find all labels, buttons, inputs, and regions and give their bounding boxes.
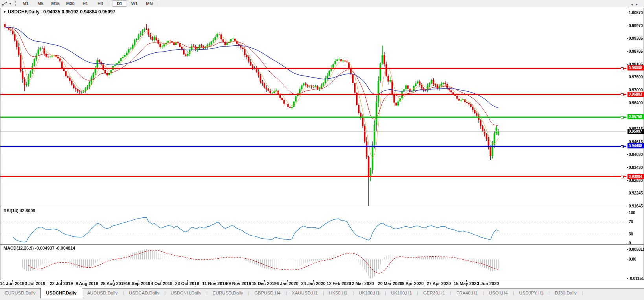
chart-tab-hk50-h1[interactable]: HK50,H1 bbox=[324, 289, 353, 298]
tab-separator: | bbox=[582, 289, 583, 298]
date-label: 9 Aug 2019 bbox=[75, 281, 98, 286]
hline-handle[interactable] bbox=[621, 93, 624, 96]
macd-tick-label: 0.005818 bbox=[629, 247, 644, 252]
rsi-indicator-label: RSI(14) 42.8009 bbox=[4, 208, 35, 213]
rsi-tick-label: 70 bbox=[629, 219, 644, 224]
date-label: 20 Mar 2020 bbox=[378, 281, 402, 286]
trading-terminal: { "toolbar": { "line_studies_icon": "lin… bbox=[0, 0, 644, 300]
hline-level-0.94408[interactable] bbox=[0, 146, 626, 147]
price-tick-label: 0.96400 bbox=[629, 100, 644, 105]
chart-tab-usoil-h4[interactable]: USOil,H4 bbox=[484, 289, 513, 298]
rsi-tick-label: 30 bbox=[629, 231, 644, 236]
chart-tab-usdcnh-daily[interactable]: USDCNH,Daily bbox=[166, 289, 206, 298]
price-tick-label: 0.91645 bbox=[629, 204, 644, 208]
chart-tab-usdchf-daily[interactable]: USDCHF,Daily bbox=[40, 288, 82, 298]
date-label: 22 Jul 2019 bbox=[50, 281, 73, 286]
chart-tab-usdcad-daily[interactable]: USDCAD,Daily bbox=[124, 289, 164, 298]
hline-handle[interactable] bbox=[621, 176, 624, 178]
current-price-badge: 0.95097 bbox=[627, 129, 644, 134]
price-tick-label: 0.99970 bbox=[629, 23, 644, 28]
rsi-tick-label: 0 bbox=[629, 241, 644, 245]
hline-price-badge: 0.95758 bbox=[627, 114, 644, 119]
hline-price-badge: 0.96803 bbox=[627, 92, 644, 97]
chart-tab-ger30-h1[interactable]: GER30,H1 bbox=[418, 289, 450, 298]
date-label: 11 Nov 2019 bbox=[202, 281, 227, 286]
chart-tab-eurusd-daily[interactable]: EURUSD,Daily bbox=[0, 289, 40, 298]
date-label: 18 Dec 2019 bbox=[252, 281, 277, 286]
hline-handle[interactable] bbox=[621, 116, 624, 119]
date-label: 4 Oct 2019 bbox=[151, 281, 172, 286]
hline-handle[interactable] bbox=[621, 145, 624, 148]
price-tick-label: 1.00570 bbox=[629, 10, 644, 15]
price-tick-label: 0.94030 bbox=[629, 152, 644, 157]
date-label: 6 Jan 2020 bbox=[276, 281, 298, 286]
macd-tick-label: 0.00 bbox=[629, 257, 644, 261]
rsi-macd-divider[interactable] bbox=[0, 244, 644, 244]
macd-indicator-label: MACD(12,26,9) -0.004937 -0.004814 bbox=[4, 246, 75, 250]
rsi-tick-label: 100 bbox=[629, 210, 644, 215]
date-label: 16 Sep 2019 bbox=[126, 281, 151, 286]
time-axis[interactable]: 14 Jun 20193 Jul 201922 Jul 20199 Aug 20… bbox=[0, 280, 644, 288]
hline-level-0.98008[interactable] bbox=[0, 68, 626, 69]
chart-tab-uk100-h1[interactable]: UK100,H1 bbox=[386, 289, 417, 298]
date-label: 29 Nov 2019 bbox=[226, 281, 251, 286]
title-marker-icon: ▼ bbox=[3, 10, 6, 14]
date-label: 12 Feb 2020 bbox=[327, 281, 351, 286]
price-chart-canvas[interactable] bbox=[0, 0, 644, 300]
date-label: 15 May 2020 bbox=[454, 281, 479, 286]
hline-price-badge: 0.94408 bbox=[627, 143, 644, 148]
chart-title: ▼USDCHF,Daily 0.94935 0.95192 0.94884 0.… bbox=[3, 9, 115, 15]
price-axis-divider bbox=[627, 8, 627, 280]
hline-price-badge: 0.98008 bbox=[627, 65, 644, 70]
chart-tab-bar: EURUSD,DailyUSDCHF,DailyAUDUSD,Daily|USD… bbox=[0, 288, 644, 300]
chart-tab-dj30-daily[interactable]: DJ30,Daily bbox=[550, 289, 582, 298]
date-label: 3 Jul 2019 bbox=[25, 281, 46, 286]
chart-tab-audusd-daily[interactable]: AUDUSD,Daily bbox=[82, 289, 123, 298]
hline-handle[interactable] bbox=[621, 67, 624, 70]
date-label: 28 Aug 2019 bbox=[101, 281, 126, 286]
main-rsi-divider[interactable] bbox=[0, 207, 644, 207]
chart-tab-fra40-h1[interactable]: FRA40,H1 bbox=[451, 289, 483, 298]
date-label: 23 Oct 2019 bbox=[175, 281, 199, 286]
chart-tab-xauusd-h1[interactable]: XAUUSD,H1 bbox=[287, 289, 323, 298]
price-tick-label: 0.92245 bbox=[629, 191, 644, 195]
price-tick-label: 0.99385 bbox=[629, 36, 644, 41]
date-label: 14 Jun 2019 bbox=[0, 281, 24, 286]
chart-tab-eurusd-daily[interactable]: EURUSD,Daily bbox=[208, 289, 248, 298]
date-label: 24 Jan 2020 bbox=[301, 281, 326, 286]
date-label: 2 Mar 2020 bbox=[352, 281, 374, 286]
price-tick-label: 0.93430 bbox=[629, 165, 644, 170]
chart-tab-gbpusd-h4[interactable]: GBPUSD,H4 bbox=[249, 289, 285, 298]
hline-level-0.95758[interactable] bbox=[0, 117, 626, 118]
date-label: 3 Jun 2020 bbox=[477, 281, 499, 286]
current-price-line bbox=[0, 131, 626, 131]
chart-symbol-label: USDCHF,Daily bbox=[8, 9, 40, 15]
price-tick-label: 0.98785 bbox=[629, 49, 644, 54]
hline-level-0.93004[interactable] bbox=[0, 176, 626, 177]
date-label: 27 Apr 2020 bbox=[427, 281, 451, 286]
chart-ohlc-values: 0.94935 0.95192 0.94884 0.95097 bbox=[43, 9, 116, 15]
chart-tab-usdjpy-h1[interactable]: USDJPY,H1 bbox=[514, 289, 548, 298]
price-tick-label: 0.97600 bbox=[629, 74, 644, 79]
hline-level-0.96803[interactable] bbox=[0, 94, 626, 95]
date-label: 8 Apr 2020 bbox=[402, 281, 423, 286]
hline-price-badge: 0.93004 bbox=[627, 174, 644, 179]
chart-tab-uk100-h1[interactable]: UK100,H1 bbox=[354, 289, 385, 298]
